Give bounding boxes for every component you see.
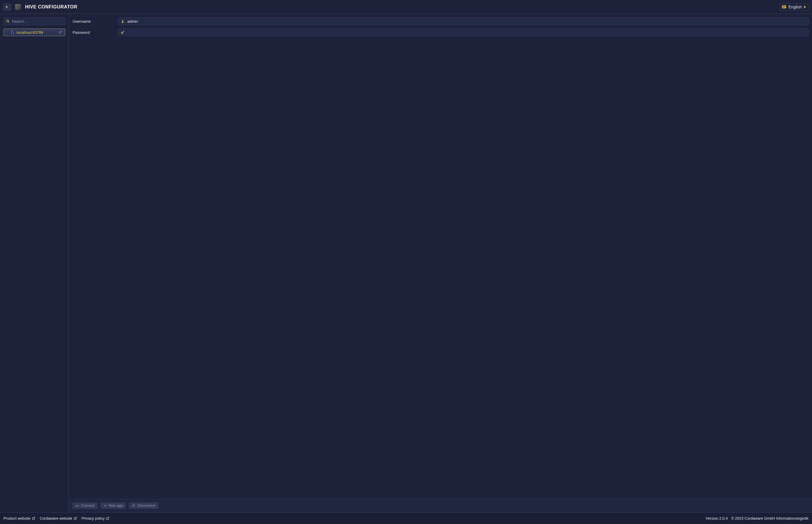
chevron-right-icon [804, 5, 806, 9]
app-title: HIVE CONFIGURATOR [25, 4, 77, 10]
key-icon [121, 31, 124, 34]
language-selector[interactable]: English [779, 3, 809, 11]
version-label: Version 2.0.4 [706, 516, 728, 521]
plus-icon [104, 504, 107, 507]
product-website-link[interactable]: Product website [3, 516, 35, 521]
collapse-left-icon [5, 5, 9, 9]
sidebar-connection-item[interactable]: localhost:63789 [3, 29, 65, 36]
search-input-wrap[interactable] [3, 17, 65, 25]
password-input[interactable] [127, 30, 806, 35]
svg-point-9 [11, 33, 12, 34]
sidebar: localhost:63789 [0, 14, 69, 512]
svg-line-22 [108, 517, 109, 519]
disconnect-button[interactable]: Disconnect [129, 503, 159, 509]
network-icon [10, 30, 14, 34]
language-label: English [789, 5, 802, 9]
svg-line-15 [124, 31, 124, 32]
svg-rect-4 [783, 7, 785, 7]
svg-line-21 [75, 517, 76, 519]
connect-button[interactable]: Connect [73, 503, 98, 509]
svg-point-6 [7, 20, 9, 22]
new-app-button[interactable]: New app [100, 503, 126, 509]
user-icon [121, 19, 124, 23]
disconnect-icon [132, 504, 136, 508]
svg-point-16 [77, 505, 78, 506]
header: HIVE CONFIGURATOR English [0, 0, 812, 14]
disconnect-label: Disconnect [138, 504, 156, 508]
external-link-icon [74, 517, 77, 520]
username-input[interactable] [127, 19, 806, 24]
svg-line-19 [132, 504, 135, 507]
external-link-icon [32, 517, 35, 520]
svg-line-7 [9, 22, 9, 23]
username-input-wrap[interactable] [118, 17, 809, 25]
svg-point-10 [13, 33, 14, 34]
connect-label: Connect [81, 504, 95, 508]
language-icon [782, 5, 786, 9]
cordaware-website-label: Cordaware website [40, 516, 72, 521]
svg-marker-5 [804, 5, 806, 9]
svg-rect-3 [783, 7, 786, 7]
broadcast-icon [76, 504, 79, 508]
product-website-label: Product website [3, 516, 31, 521]
password-label: Password [73, 30, 115, 35]
external-link-icon [106, 517, 109, 520]
svg-line-11 [59, 31, 62, 33]
copyright-label: © 2023 Cordaware GmbH Informationslogist… [731, 516, 809, 521]
sidebar-item-label: localhost:63789 [17, 30, 56, 35]
search-input[interactable] [11, 19, 63, 24]
app-logo [15, 4, 21, 10]
new-app-label: New app [109, 504, 123, 508]
cordaware-website-link[interactable]: Cordaware website [40, 516, 77, 521]
svg-point-13 [122, 32, 123, 34]
svg-point-8 [12, 31, 13, 32]
svg-line-20 [33, 517, 35, 519]
privacy-policy-label: Privacy policy [82, 516, 105, 521]
disconnected-icon [59, 30, 63, 34]
main-content: Username Password [69, 14, 812, 512]
username-label: Username [73, 19, 115, 23]
password-input-wrap[interactable] [118, 29, 809, 36]
footer: Product website Cordaware website [0, 512, 812, 524]
collapse-sidebar-button[interactable] [3, 3, 11, 11]
svg-point-12 [122, 20, 123, 21]
privacy-policy-link[interactable]: Privacy policy [82, 516, 109, 521]
search-icon [6, 19, 10, 23]
svg-rect-2 [783, 6, 786, 6]
action-bar: Connect New app [69, 499, 812, 512]
